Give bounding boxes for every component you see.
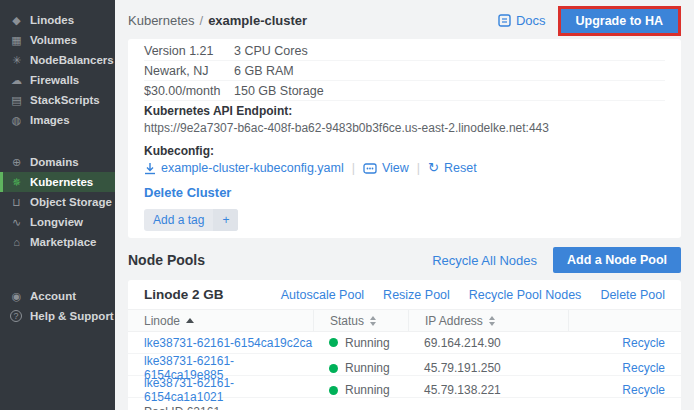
recycle-all-nodes-link[interactable]: Recycle All Nodes bbox=[432, 253, 537, 268]
kubeconfig-download-link[interactable]: example-cluster-kubeconfig.yaml bbox=[144, 161, 344, 175]
sidebar-item-label: Longview bbox=[30, 216, 83, 228]
sidebar-item-label: StackScripts bbox=[30, 94, 100, 106]
sidebar-item-stackscripts[interactable]: ▤ StackScripts bbox=[0, 90, 115, 110]
column-label: IP Address bbox=[425, 314, 483, 328]
kubeconfig-actions: example-cluster-kubeconfig.yaml | View |… bbox=[144, 161, 665, 175]
header-actions: Docs Upgrade to HA bbox=[498, 6, 681, 36]
sidebar-item-images[interactable]: ◍ Images bbox=[0, 110, 115, 130]
sidebar-item-nodebalancers[interactable]: ✳ NodeBalancers bbox=[0, 50, 115, 70]
table-row: lke38731-62161-6154ca19e885 Running 45.7… bbox=[128, 354, 681, 376]
sidebar-item-label: Firewalls bbox=[30, 74, 79, 86]
column-header-linode[interactable]: Linode bbox=[128, 310, 313, 331]
breadcrumb-root[interactable]: Kubernetes bbox=[128, 13, 195, 28]
sidebar-item-help-support[interactable]: ? Help & Support bbox=[0, 306, 115, 326]
node-pools-actions: Recycle All Nodes Add a Node Pool bbox=[432, 247, 681, 273]
sidebar-item-linodes[interactable]: ◆ Linodes bbox=[0, 10, 115, 30]
sidebar-item-object-storage[interactable]: ⊔ Object Storage bbox=[0, 192, 115, 212]
images-icon: ◍ bbox=[9, 114, 24, 127]
column-header-status[interactable]: Status bbox=[313, 310, 408, 331]
domains-icon: ⊕ bbox=[9, 156, 24, 169]
sidebar-item-firewalls[interactable]: ☁ Firewalls bbox=[0, 70, 115, 90]
add-node-pool-button[interactable]: Add a Node Pool bbox=[553, 247, 681, 273]
pool-title: Linode 2 GB bbox=[144, 287, 224, 302]
nodebalancers-icon: ✳ bbox=[9, 54, 24, 67]
breadcrumb-current: example-cluster bbox=[208, 13, 307, 28]
sidebar-divider bbox=[0, 130, 115, 152]
status-text: Running bbox=[345, 361, 390, 375]
docs-link[interactable]: Docs bbox=[498, 13, 546, 28]
divider: | bbox=[352, 161, 355, 175]
recycle-node-link[interactable]: Recycle bbox=[622, 336, 665, 350]
sidebar-item-marketplace[interactable]: ⌂ Marketplace bbox=[0, 232, 115, 252]
sidebar-item-kubernetes[interactable]: ✵ Kubernetes bbox=[0, 172, 115, 192]
sidebar-item-domains[interactable]: ⊕ Domains bbox=[0, 152, 115, 172]
kubeconfig-label: Kubeconfig: bbox=[144, 144, 665, 158]
download-icon bbox=[144, 162, 156, 175]
cluster-storage: 150 GB Storage bbox=[234, 84, 324, 98]
status-running-icon bbox=[329, 386, 338, 395]
stackscripts-icon: ▤ bbox=[9, 94, 24, 107]
sidebar-item-longview[interactable]: ∿ Longview bbox=[0, 212, 115, 232]
spec-row: $30.00/month 150 GB Storage bbox=[144, 81, 665, 101]
add-tag-chip[interactable]: Add a tag + bbox=[144, 209, 238, 231]
status-text: Running bbox=[345, 383, 390, 397]
linodes-icon: ◆ bbox=[9, 14, 24, 27]
cluster-ram: 6 GB RAM bbox=[234, 64, 294, 78]
recycle-node-link[interactable]: Recycle bbox=[622, 361, 665, 375]
view-icon bbox=[363, 163, 377, 174]
marketplace-icon: ⌂ bbox=[9, 236, 24, 248]
sidebar-item-label: Volumes bbox=[30, 34, 77, 46]
spec-row: Version 1.21 3 CPU Cores bbox=[144, 41, 665, 61]
cluster-region: Newark, NJ bbox=[144, 64, 234, 78]
annotation-highlight: Upgrade to HA bbox=[558, 6, 682, 36]
docs-icon bbox=[498, 14, 511, 27]
column-header-actions bbox=[568, 310, 681, 331]
plus-icon: + bbox=[213, 209, 238, 231]
sidebar-item-label: Images bbox=[30, 114, 70, 126]
sidebar-item-volumes[interactable]: ▦ Volumes bbox=[0, 30, 115, 50]
node-name-link[interactable]: lke38731-62161-6154ca1a1021 bbox=[144, 376, 234, 404]
sort-icon bbox=[370, 316, 376, 326]
sidebar: ◆ Linodes ▦ Volumes ✳ NodeBalancers ☁ Fi… bbox=[0, 0, 115, 410]
node-ip: 45.79.191.250 bbox=[408, 361, 568, 375]
reset-icon: ↻ bbox=[428, 162, 439, 174]
table-row: lke38731-62161-6154ca19c2ca Running 69.1… bbox=[128, 332, 681, 354]
sidebar-item-label: Account bbox=[30, 290, 76, 302]
longview-icon: ∿ bbox=[9, 216, 24, 229]
column-label: Status bbox=[330, 314, 364, 328]
sidebar-item-label: Marketplace bbox=[30, 236, 96, 248]
cluster-cpu: 3 CPU Cores bbox=[234, 44, 308, 58]
node-pools-header: Node Pools Recycle All Nodes Add a Node … bbox=[128, 247, 681, 273]
volumes-icon: ▦ bbox=[9, 34, 24, 47]
add-tag-label: Add a tag bbox=[144, 209, 213, 231]
divider: | bbox=[417, 161, 420, 175]
pool-actions: Autoscale Pool Resize Pool Recycle Pool … bbox=[281, 288, 665, 302]
kubeconfig-view-link[interactable]: View bbox=[363, 161, 409, 175]
upgrade-to-ha-button[interactable]: Upgrade to HA bbox=[561, 9, 679, 33]
sidebar-item-label: Domains bbox=[30, 156, 79, 168]
column-header-ip-address[interactable]: IP Address bbox=[408, 310, 568, 331]
docs-label: Docs bbox=[516, 13, 546, 28]
sidebar-item-label: NodeBalancers bbox=[30, 54, 114, 66]
recycle-pool-nodes-link[interactable]: Recycle Pool Nodes bbox=[469, 288, 582, 302]
sidebar-item-account[interactable]: ◉ Account bbox=[0, 286, 115, 306]
reset-label: Reset bbox=[444, 161, 477, 175]
node-name-link[interactable]: lke38731-62161-6154ca19c2ca bbox=[144, 336, 312, 350]
sidebar-item-label: Help & Support bbox=[30, 310, 114, 322]
resize-pool-link[interactable]: Resize Pool bbox=[383, 288, 450, 302]
autoscale-pool-link[interactable]: Autoscale Pool bbox=[281, 288, 364, 302]
sidebar-divider bbox=[0, 252, 115, 286]
node-pool-card: Linode 2 GB Autoscale Pool Resize Pool R… bbox=[128, 280, 681, 410]
main-content: Kubernetes/example-cluster Docs Upgrade … bbox=[115, 0, 694, 410]
delete-cluster-link[interactable]: Delete Cluster bbox=[144, 185, 231, 200]
kubeconfig-filename: example-cluster-kubeconfig.yaml bbox=[161, 161, 344, 175]
sidebar-item-label: Kubernetes bbox=[30, 176, 93, 188]
kubeconfig-reset-link[interactable]: ↻ Reset bbox=[428, 161, 477, 175]
cluster-summary-card: Version 1.21 3 CPU Cores Newark, NJ 6 GB… bbox=[128, 39, 681, 238]
account-icon: ◉ bbox=[9, 290, 24, 303]
delete-pool-link[interactable]: Delete Pool bbox=[600, 288, 665, 302]
node-pools-title: Node Pools bbox=[128, 252, 205, 268]
status-running-icon bbox=[329, 338, 338, 347]
table-row: lke38731-62161-6154ca1a1021 Running 45.7… bbox=[128, 376, 681, 398]
recycle-node-link[interactable]: Recycle bbox=[622, 383, 665, 397]
